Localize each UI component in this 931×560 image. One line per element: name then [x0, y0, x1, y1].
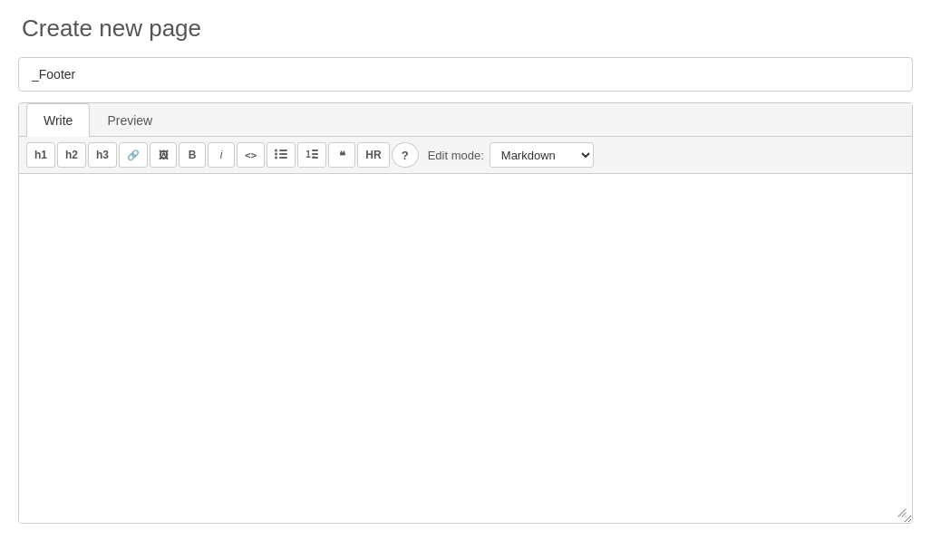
ol-button[interactable]: 1. [297, 142, 326, 168]
code-button[interactable]: <> [237, 142, 265, 168]
bold-button[interactable]: B [179, 142, 206, 168]
h3-button[interactable]: h3 [88, 142, 117, 168]
svg-rect-9 [312, 157, 318, 159]
editor-content-area [19, 174, 912, 523]
filename-input[interactable] [18, 57, 913, 92]
svg-rect-8 [312, 153, 318, 155]
svg-point-0 [275, 149, 277, 151]
image-button[interactable] [150, 142, 177, 168]
edit-mode-select[interactable]: Markdown WYSIWYG [490, 142, 594, 168]
svg-rect-7 [312, 150, 318, 151]
svg-rect-1 [279, 150, 287, 151]
editor-container: Write Preview h1 h2 h3 B i <> [18, 102, 913, 524]
page-title: Create new page [18, 14, 913, 43]
ul-icon [275, 149, 287, 162]
tab-preview[interactable]: Preview [90, 103, 170, 137]
svg-point-2 [275, 152, 277, 155]
ul-button[interactable] [267, 142, 296, 168]
quote-icon [339, 149, 345, 162]
link-button[interactable] [119, 142, 148, 168]
hr-button[interactable]: HR [357, 142, 389, 168]
svg-rect-5 [279, 157, 287, 159]
h1-button[interactable]: h1 [26, 142, 55, 168]
toolbar: h1 h2 h3 B i <> [19, 137, 912, 174]
link-icon [127, 149, 140, 161]
italic-button[interactable]: i [208, 142, 235, 168]
help-button[interactable] [392, 142, 419, 168]
h2-button[interactable]: h2 [57, 142, 86, 168]
quote-button[interactable] [328, 142, 355, 168]
tab-write[interactable]: Write [26, 103, 90, 137]
resize-handle[interactable] [897, 508, 908, 519]
svg-rect-3 [279, 153, 287, 155]
svg-point-4 [275, 156, 277, 159]
editor-textarea[interactable] [19, 174, 912, 523]
ol-icon: 1. [305, 149, 318, 162]
edit-mode-label: Edit mode: [428, 149, 484, 162]
tabs-bar: Write Preview [19, 103, 912, 137]
help-icon [402, 149, 409, 162]
image-icon [159, 149, 169, 161]
